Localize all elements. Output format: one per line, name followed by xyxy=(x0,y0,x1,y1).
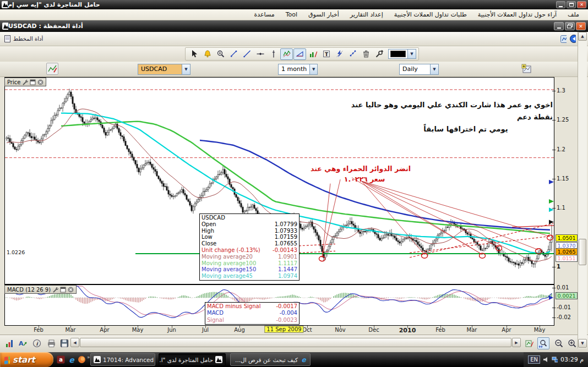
chart-edit-icon[interactable] xyxy=(46,63,58,75)
zoom-range-icon[interactable] xyxy=(537,337,549,349)
hscroll-right-arrow[interactable]: ▶ xyxy=(512,338,521,347)
svg-text:i: i xyxy=(36,341,39,347)
task-trading[interactable]: حامل المتاجرة لدى "ا... xyxy=(159,353,226,366)
print-icon[interactable] xyxy=(45,337,57,349)
taskbar-clock: 03:29 م xyxy=(560,356,584,363)
y-axis-tick: 1.2 xyxy=(557,146,576,152)
tooltip-value: 1.0974 xyxy=(278,273,297,280)
tooltip-row: Moving average1501.1447 xyxy=(202,266,297,273)
quicklaunch-firefox-icon[interactable] xyxy=(77,355,86,364)
settings-icon[interactable] xyxy=(373,48,385,60)
vertical-scrollbar[interactable]: ▲ ▼ xyxy=(578,32,587,348)
tooltip-symbol: USDCAD xyxy=(202,215,225,221)
flash-icon[interactable] xyxy=(333,48,346,60)
chart-tools-icon[interactable] xyxy=(523,337,535,349)
close-button[interactable]: ✕ xyxy=(577,1,586,8)
minimize-button[interactable] xyxy=(556,1,565,8)
points-icon[interactable] xyxy=(346,48,359,60)
menu-item-tool[interactable]: Tool xyxy=(280,9,303,20)
panel-icon[interactable] xyxy=(560,36,567,42)
quicklaunch-acm-icon[interactable]: a xyxy=(56,355,66,364)
start-button[interactable]: start xyxy=(0,352,53,367)
restore-panel-icon[interactable] xyxy=(30,79,36,85)
drawing-toolbar: T▼ xyxy=(0,46,588,62)
hscroll-left-arrow[interactable]: ◀ xyxy=(70,338,79,347)
add-chart-icon[interactable] xyxy=(520,63,532,75)
x-axis-label: Jul xyxy=(202,327,209,333)
pattern-icon[interactable] xyxy=(293,48,306,60)
trendline-icon[interactable] xyxy=(227,48,240,60)
chart-close-button[interactable]: ✕ xyxy=(576,22,586,30)
x-axis-label: Nov xyxy=(335,327,346,333)
chart-minimize-button[interactable] xyxy=(554,22,564,30)
pointer-icon[interactable] xyxy=(188,48,200,60)
zoom-in-icon[interactable] xyxy=(566,337,578,349)
tooltip-label: Moving average100 xyxy=(202,260,256,267)
menu-item-help[interactable]: مساعدة xyxy=(248,9,280,20)
alarm-icon[interactable] xyxy=(201,48,214,60)
hscroll-thumb[interactable] xyxy=(80,338,511,347)
tooltip-value: 1.0901 xyxy=(278,254,297,260)
delete-icon[interactable] xyxy=(360,48,372,60)
wrench-icon[interactable] xyxy=(22,79,28,85)
menu-item-reports[interactable]: إعداد التقارير xyxy=(345,9,389,20)
symbol-select[interactable]: USDCAD▼ xyxy=(138,64,190,75)
app-icon xyxy=(215,356,222,363)
task-browser[interactable]: eكيف تبحث عن فرص ال... xyxy=(230,353,311,366)
menu-item-file[interactable]: ملف xyxy=(562,9,585,20)
chevron-down-icon[interactable]: ▼ xyxy=(182,64,190,74)
y-axis-tick-mark xyxy=(552,150,556,150)
chevron-down-icon[interactable]: ▼ xyxy=(430,64,438,74)
back-icon[interactable] xyxy=(570,36,576,42)
close-panel-icon[interactable] xyxy=(68,287,74,293)
macd-panel-header: MACD (12 26 9) xyxy=(4,285,77,294)
task-button-label: حامل المتاجرة لدى "ا... xyxy=(159,357,213,363)
task-advanced[interactable]: 17014: Advanced Cu... xyxy=(90,353,155,366)
bottom-toolbar: A i ◀ ▶ xyxy=(0,335,588,352)
macd-axis-tick-mark xyxy=(552,317,556,318)
vscroll-up-arrow[interactable]: ▲ xyxy=(578,32,587,41)
quicklaunch-ie-icon[interactable]: e xyxy=(67,355,76,364)
y-axis-tick: 1 xyxy=(557,264,576,270)
language-indicator[interactable]: EN xyxy=(528,355,540,364)
x-axis-label: May xyxy=(132,327,144,333)
tooltip-value: 1.07655 xyxy=(275,240,297,247)
annotation-icon[interactable]: A xyxy=(17,337,29,349)
close-panel-icon[interactable] xyxy=(37,79,43,85)
chevron-down-icon[interactable]: ▼ xyxy=(407,50,416,58)
menu-item-fx-opinions[interactable]: آراء حول تداول العملات الأجنبية xyxy=(472,9,562,20)
macd-axis-tick-mark xyxy=(552,308,556,308)
segment-icon[interactable] xyxy=(241,48,253,60)
macd-tooltip-row: MACD minus Signal-0.0017 xyxy=(207,303,297,310)
chevron-down-icon[interactable]: ▼ xyxy=(309,64,317,74)
y-axis-tick-mark xyxy=(552,91,556,91)
volume-icon[interactable] xyxy=(543,357,549,363)
chart-bars-icon[interactable] xyxy=(3,337,15,349)
chart-restore-button[interactable] xyxy=(565,22,575,30)
horizontal-line-icon[interactable] xyxy=(254,48,266,60)
x-axis-label: Apr xyxy=(100,327,109,333)
maximize-button[interactable] xyxy=(567,1,576,8)
x-axis-label: Feb xyxy=(34,327,43,333)
vscroll-thumb[interactable] xyxy=(579,239,586,265)
indicator-edit-icon[interactable] xyxy=(307,48,319,60)
quicklaunch-overflow-chevron[interactable]: » xyxy=(87,354,90,360)
period-select[interactable]: Daily▼ xyxy=(399,64,439,75)
tooltip-label: MACD xyxy=(207,310,224,316)
network-icon[interactable] xyxy=(552,357,558,363)
color-picker[interactable]: ▼ xyxy=(388,49,416,59)
zoom-out-icon[interactable] xyxy=(553,337,565,349)
range-select[interactable]: 1 month▼ xyxy=(278,64,318,75)
menu-item-fx-orders[interactable]: طلبات تداول العملات الأجنبية xyxy=(389,9,472,20)
restore-panel-icon[interactable] xyxy=(60,287,66,293)
wrench-icon[interactable] xyxy=(52,287,58,293)
text-icon[interactable]: T xyxy=(320,48,333,60)
save-icon[interactable] xyxy=(58,337,70,349)
zoom-plus-icon[interactable] xyxy=(214,48,227,60)
svg-text:e: e xyxy=(69,355,75,364)
chart-style-icon[interactable] xyxy=(280,48,293,60)
vscroll-down-arrow[interactable]: ▼ xyxy=(578,339,587,348)
vertical-line-icon[interactable] xyxy=(267,48,280,60)
menu-item-market-news[interactable]: أخبار السوق xyxy=(303,9,345,20)
info-icon[interactable]: i xyxy=(31,337,43,349)
